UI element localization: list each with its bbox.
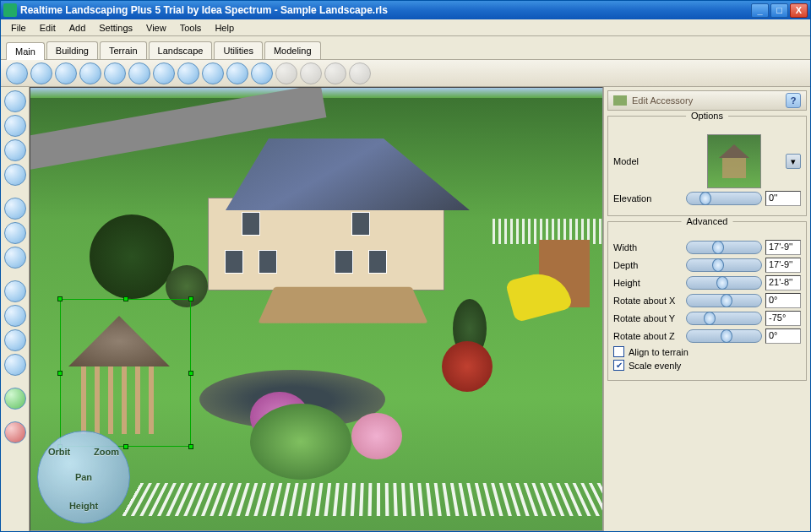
align-checkbox-row[interactable]: Align to terrain <box>613 346 801 357</box>
rotz-slider[interactable] <box>686 329 762 343</box>
depth-slider[interactable] <box>686 258 762 272</box>
menu-view[interactable]: View <box>139 21 173 35</box>
print-icon[interactable] <box>177 62 199 84</box>
green-tool[interactable] <box>4 388 26 410</box>
menu-settings[interactable]: Settings <box>92 21 139 35</box>
rotz-value[interactable]: 0° <box>765 328 801 344</box>
menubar: FileEditAddSettingsViewToolsHelp <box>1 19 810 36</box>
mirror-icon[interactable] <box>251 62 273 84</box>
curve-tool[interactable] <box>4 139 26 161</box>
advanced-group: Advanced Width 17'-9'' Depth 17'-9'' Hei… <box>607 221 807 381</box>
circle-tool[interactable] <box>4 222 26 244</box>
advanced-legend: Advanced <box>682 216 733 226</box>
rotx-slider[interactable] <box>686 294 762 307</box>
width-slider[interactable] <box>686 241 762 254</box>
tabbar: MainBuildingTerrainLandscapeUtilitiesMod… <box>1 36 810 60</box>
tab-landscape[interactable]: Landscape <box>149 41 213 59</box>
save-icon[interactable] <box>79 62 101 84</box>
menu-add[interactable]: Add <box>63 21 93 35</box>
disabled-3 <box>324 62 346 84</box>
nav-orbit[interactable]: Orbit <box>48 447 70 457</box>
elevation-value[interactable]: 0'' <box>765 191 801 206</box>
nav-pan[interactable]: Pan <box>75 472 92 482</box>
pointer-tool[interactable] <box>4 90 26 112</box>
roty-label: Rotate about Y <box>613 313 683 323</box>
disabled-4 <box>349 62 371 84</box>
cut-icon[interactable] <box>104 62 126 84</box>
selection-box[interactable] <box>60 299 191 447</box>
roty-value[interactable]: -75° <box>765 311 801 326</box>
fence-front <box>122 483 603 516</box>
accessory-icon <box>613 95 627 106</box>
align-checkbox[interactable] <box>613 346 624 357</box>
depth-label: Depth <box>613 260 683 270</box>
tree <box>351 413 402 459</box>
options-group: Options Model ▾ Elevation 0'' <box>607 116 807 216</box>
help-button[interactable]: ? <box>786 93 801 108</box>
rotz-label: Rotate about Z <box>613 331 683 341</box>
shape-tool[interactable] <box>4 247 26 269</box>
copy-icon[interactable] <box>128 62 150 84</box>
disabled-2 <box>300 62 322 84</box>
window-title: Realtime Landscaping Plus 5 Trial by Ide… <box>20 4 751 16</box>
scale-checkbox-row[interactable]: ✔ Scale evenly <box>613 360 801 371</box>
line-tool[interactable] <box>4 164 26 186</box>
height-slider[interactable] <box>686 276 762 290</box>
3d-viewport[interactable]: Orbit Zoom Pan Height <box>30 87 603 531</box>
nav-height[interactable]: Height <box>69 501 98 511</box>
model-label: Model <box>613 156 683 166</box>
orbit-tool[interactable] <box>4 115 26 137</box>
tab-modeling[interactable]: Modeling <box>264 41 321 59</box>
tab-utilities[interactable]: Utilities <box>214 41 262 59</box>
house-model <box>182 138 470 290</box>
rotx-label: Rotate about X <box>613 296 683 306</box>
elevation-slider[interactable] <box>686 192 762 205</box>
roty-slider[interactable] <box>686 312 762 325</box>
properties-panel: Edit Accessory ? Options Model ▾ Elevati… <box>603 87 810 531</box>
nav-zoom[interactable]: Zoom <box>94 447 119 457</box>
maximize-button[interactable]: □ <box>770 3 788 18</box>
depth-value[interactable]: 17'-9'' <box>765 258 801 273</box>
brush-icon[interactable] <box>226 62 248 84</box>
menu-help[interactable]: Help <box>208 21 241 35</box>
rotx-value[interactable]: 0° <box>765 293 801 308</box>
nav-widget[interactable]: Orbit Zoom Pan Height <box>37 431 130 524</box>
panel-title: Edit Accessory <box>632 95 693 106</box>
undo-icon[interactable] <box>6 62 28 84</box>
close-button[interactable]: X <box>790 3 808 18</box>
link-tool[interactable] <box>4 354 26 376</box>
scale-label: Scale evenly <box>629 361 681 371</box>
pan-icon[interactable] <box>202 62 224 84</box>
tab-main[interactable]: Main <box>6 42 45 60</box>
panel-header: Edit Accessory ? <box>607 90 807 111</box>
tree <box>90 214 174 299</box>
elevation-label: Elevation <box>613 193 683 204</box>
tab-terrain[interactable]: Terrain <box>100 41 147 59</box>
width-value[interactable]: 17'-9'' <box>765 240 801 255</box>
svg-rect-1 <box>722 158 746 178</box>
disabled-1 <box>275 62 297 84</box>
model-dropdown-button[interactable]: ▾ <box>786 154 801 169</box>
tab-building[interactable]: Building <box>46 41 98 59</box>
menu-edit[interactable]: Edit <box>33 21 63 35</box>
menu-tools[interactable]: Tools <box>173 21 209 35</box>
minimize-button[interactable]: _ <box>751 3 769 18</box>
menu-file[interactable]: File <box>4 21 33 35</box>
red-tool[interactable] <box>4 421 26 443</box>
open-icon[interactable] <box>55 62 77 84</box>
tool-palette <box>1 87 30 531</box>
width-label: Width <box>613 242 683 252</box>
measure-tool[interactable] <box>4 329 26 351</box>
hand-tool[interactable] <box>4 280 26 302</box>
redo-icon[interactable] <box>30 62 52 84</box>
zoom-tool[interactable] <box>4 305 26 327</box>
titlebar: Realtime Landscaping Plus 5 Trial by Ide… <box>1 1 810 19</box>
rect-tool[interactable] <box>4 198 26 220</box>
paste-icon[interactable] <box>153 62 175 84</box>
app-icon <box>3 3 17 17</box>
height-value[interactable]: 21'-8'' <box>765 275 801 290</box>
content-area: Orbit Zoom Pan Height Edit Accessory ? O… <box>1 87 810 531</box>
deck <box>258 287 427 323</box>
model-thumbnail[interactable] <box>707 134 761 188</box>
scale-checkbox[interactable]: ✔ <box>613 360 624 371</box>
